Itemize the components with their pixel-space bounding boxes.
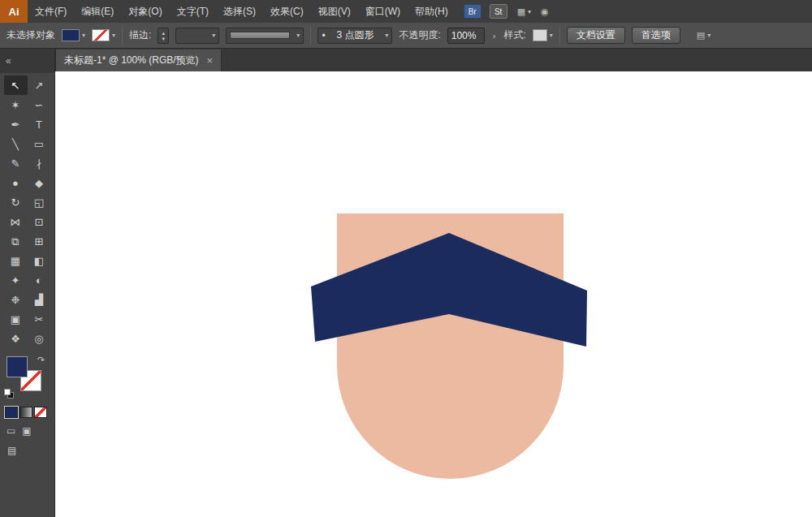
tool-gradient[interactable]: ◧ <box>28 251 51 270</box>
swap-fill-stroke-icon[interactable]: ↷ <box>37 355 45 365</box>
document-setup-button[interactable]: 文档设置 <box>567 27 625 44</box>
panel-options-button[interactable]: ▤ ▾ <box>697 30 710 41</box>
draw-normal-icon[interactable]: ▭ <box>6 425 15 437</box>
rotate-icon: ↻ <box>11 197 20 208</box>
gradient-icon: ◧ <box>34 256 44 266</box>
tool-pen[interactable]: ✒ <box>4 114 28 134</box>
menu-select[interactable]: 选择(S) <box>216 0 263 23</box>
tool-line-segment[interactable]: ╲ <box>4 134 28 153</box>
menu-effect[interactable]: 效果(C) <box>263 0 311 23</box>
app-logo: Ai <box>0 0 28 23</box>
eraser-icon: ◆ <box>35 178 43 188</box>
chevron-down-icon: ▾ <box>82 32 85 39</box>
menu-edit[interactable]: 编辑(E) <box>74 0 121 23</box>
stroke-weight-stepper[interactable]: ▴ ▾ <box>158 28 169 44</box>
tool-paintbrush[interactable]: ✎ <box>4 153 28 173</box>
tool-rotate[interactable]: ↻ <box>4 192 28 212</box>
tool-selection[interactable]: ↖ <box>4 75 28 95</box>
tool-free-transform[interactable]: ⊡ <box>28 212 51 231</box>
opacity-input[interactable] <box>447 28 485 44</box>
control-bar: 未选择对象 ▾ ▾ 描边: ▴ ▾ ▾ ▾ • 3 点圆形 ▾ 不透明度: › … <box>0 23 812 49</box>
tool-blend[interactable]: ◐ <box>28 270 51 290</box>
width-profile-dropdown[interactable]: ▾ <box>226 28 304 44</box>
tool-column-graph[interactable]: ▟ <box>28 290 51 309</box>
tool-perspective-grid[interactable]: ⊞ <box>28 231 51 251</box>
tool-hand[interactable]: ❖ <box>4 329 28 348</box>
fill-stroke-block: ↷ <box>0 355 54 405</box>
chevron-down-icon: ▾ <box>550 32 553 39</box>
pencil-icon: ∤ <box>37 158 42 169</box>
none-mode-button[interactable] <box>34 407 47 418</box>
blend-icon: ◐ <box>36 275 42 286</box>
color-mode-button[interactable] <box>5 407 18 418</box>
opacity-label[interactable]: 不透明度: <box>399 28 440 42</box>
tools-panel-header[interactable]: « <box>0 49 54 73</box>
slice-icon: ✂ <box>35 314 44 325</box>
hand-icon: ❖ <box>11 334 20 344</box>
collapse-panel-icon: « <box>6 55 11 67</box>
stroke-weight-label[interactable]: 描边: <box>129 28 151 42</box>
menu-file[interactable]: 文件(F) <box>28 0 74 23</box>
stroke-color-dropdown[interactable]: ▾ <box>92 29 115 41</box>
brush-definition-value: 3 点圆形 <box>336 28 374 42</box>
stroke-weight-dropdown[interactable]: ▾ <box>175 28 219 44</box>
menu-type[interactable]: 文字(T) <box>170 0 216 23</box>
menu-view[interactable]: 视图(V) <box>311 0 358 23</box>
rectangle-icon: ▭ <box>34 139 44 149</box>
artboard-icon: ▣ <box>11 314 20 325</box>
tool-eraser[interactable]: ◆ <box>28 173 51 192</box>
workspace-button[interactable]: ◉ <box>541 6 549 17</box>
menu-bar: Ai 文件(F) 编辑(E) 对象(O) 文字(T) 选择(S) 效果(C) 视… <box>0 0 812 23</box>
menu-object[interactable]: 对象(O) <box>121 0 169 23</box>
tool-shape-builder[interactable]: ⧉ <box>4 231 28 251</box>
preferences-button[interactable]: 首选项 <box>632 27 680 44</box>
separator <box>559 27 560 45</box>
style-label: 样式: <box>503 28 525 42</box>
tool-lasso[interactable]: ∽ <box>28 95 51 114</box>
tool-type[interactable]: T <box>28 114 51 134</box>
selection-status: 未选择对象 <box>6 28 55 42</box>
column-graph-icon: ▟ <box>35 295 43 305</box>
workspace-icon: ◉ <box>541 6 549 17</box>
brush-bullet-icon: • <box>322 30 325 41</box>
draw-behind-icon[interactable]: ▣ <box>22 425 31 437</box>
tool-mesh[interactable]: ▦ <box>4 251 28 270</box>
tool-artboard[interactable]: ▣ <box>4 309 28 329</box>
default-fill-stroke-icon[interactable] <box>4 389 14 399</box>
style-dropdown[interactable]: ▾ <box>533 29 553 41</box>
gradient-mode-button[interactable] <box>19 407 32 418</box>
menu-help[interactable]: 帮助(H) <box>408 0 456 23</box>
stock-badge[interactable]: St <box>490 4 508 19</box>
chevron-down-icon: ▾ <box>112 32 115 39</box>
tool-slice[interactable]: ✂ <box>28 309 51 329</box>
tool-direct-selection[interactable]: ↗ <box>28 75 51 95</box>
menu-window[interactable]: 窗口(W) <box>358 0 408 23</box>
screen-mode-row: ▤ <box>0 445 54 456</box>
tool-zoom[interactable]: ◎ <box>28 329 51 348</box>
tool-symbol-sprayer[interactable]: ❉ <box>4 290 28 309</box>
tool-rectangle[interactable]: ▭ <box>28 134 51 153</box>
artboard-canvas[interactable] <box>55 71 812 517</box>
screen-mode-icon[interactable]: ▤ <box>7 445 16 456</box>
bridge-badge[interactable]: Br <box>464 4 482 19</box>
separator <box>310 27 311 45</box>
opacity-panel-chevron-icon[interactable]: › <box>491 31 498 41</box>
fill-swatch[interactable] <box>6 356 28 377</box>
paintbrush-icon: ✎ <box>11 158 20 169</box>
document-tab[interactable]: 未标题-1* @ 100% (RGB/预览) × <box>55 50 222 71</box>
direct-selection-icon: ↗ <box>35 80 44 91</box>
eyedropper-icon: ✦ <box>11 275 20 286</box>
tool-magic-wand[interactable]: ✶ <box>4 95 28 114</box>
tool-grid: ↖↗✶∽✒T╲▭✎∤●◆↻◱⋈⊡⧉⊞▦◧✦◐❉▟▣✂❖◎ <box>0 73 54 348</box>
lasso-icon: ∽ <box>35 100 44 110</box>
close-icon[interactable]: × <box>207 54 214 67</box>
tool-width[interactable]: ⋈ <box>4 212 28 231</box>
fill-color-dropdown[interactable]: ▾ <box>62 29 85 41</box>
paint-mode-row <box>0 407 54 418</box>
tool-scale[interactable]: ◱ <box>28 192 51 212</box>
brush-definition-dropdown[interactable]: • 3 点圆形 ▾ <box>317 28 392 44</box>
arrange-documents-button[interactable]: ▦ ▾ <box>517 6 531 17</box>
tool-eyedropper[interactable]: ✦ <box>4 270 28 290</box>
tool-pencil[interactable]: ∤ <box>28 153 51 173</box>
tool-blob-brush[interactable]: ● <box>4 173 28 192</box>
